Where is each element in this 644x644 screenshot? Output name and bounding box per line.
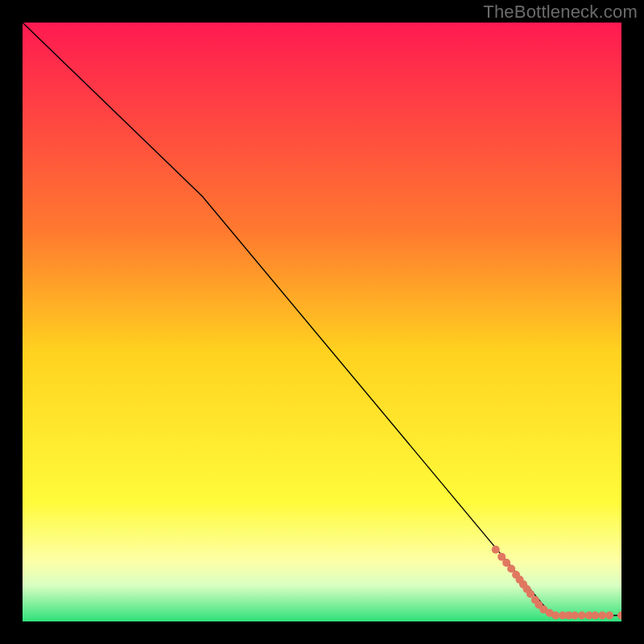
scatter-point	[551, 612, 559, 620]
scatter-point	[492, 546, 500, 554]
scatter-point	[578, 612, 586, 620]
scatter-point	[605, 612, 613, 620]
scatter-point	[591, 612, 599, 620]
scatter-point	[571, 612, 579, 620]
chart-plot-area	[23, 23, 621, 621]
chart-frame: TheBottleneck.com	[0, 0, 644, 644]
chart-background-gradient	[23, 23, 621, 621]
scatter-point	[598, 612, 606, 620]
chart-svg	[23, 23, 621, 621]
watermark-text: TheBottleneck.com	[483, 2, 638, 23]
